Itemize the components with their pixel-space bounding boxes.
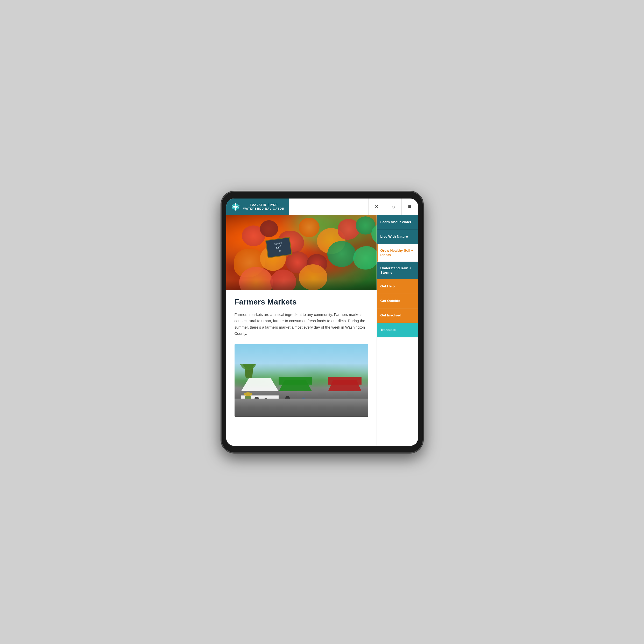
logo-icon — [231, 202, 240, 211]
sidebar-item-learn-water[interactable]: Learn About Water — [377, 215, 418, 230]
sidebar-item-understand-rain[interactable]: Understand Rain + Storms — [377, 262, 418, 279]
header: TUALATIN RIVER WATERSHED NAVIGATOR × ⌕ ≡ — [226, 199, 418, 215]
content-area: SWEET$4001/lb Farmers Markets Farmers ma… — [226, 215, 377, 446]
sidebar-item-grow-healthy[interactable]: Grow Healthy Soil + Plants — [377, 244, 418, 262]
brand-text: TUALATIN RIVER WATERSHED NAVIGATOR — [243, 203, 285, 210]
search-button[interactable]: ⌕ — [385, 199, 401, 215]
svg-point-1 — [234, 205, 237, 208]
sidebar-item-get-outside[interactable]: Get Outside — [377, 294, 418, 308]
secondary-market-image — [235, 344, 368, 417]
content-body: Farmers Markets Farmers markets are a cr… — [226, 290, 377, 424]
menu-button[interactable]: ≡ — [401, 199, 418, 215]
tablet-screen: TUALATIN RIVER WATERSHED NAVIGATOR × ⌕ ≡ — [226, 199, 418, 446]
sidebar-item-live-nature[interactable]: Live With Nature — [377, 230, 418, 244]
sidebar-item-translate[interactable]: Translate — [377, 323, 418, 337]
page-title: Farmers Markets — [235, 298, 368, 306]
market-scene-bg — [235, 344, 368, 417]
tablet-frame: TUALATIN RIVER WATERSHED NAVIGATOR × ⌕ ≡ — [221, 191, 423, 453]
header-controls: × ⌕ ≡ — [368, 199, 418, 215]
header-brand: TUALATIN RIVER WATERSHED NAVIGATOR — [226, 199, 289, 215]
sidebar-item-get-help[interactable]: Get Help — [377, 279, 418, 294]
close-button[interactable]: × — [368, 199, 385, 215]
sidebar: Learn About Water Live With Nature Grow … — [377, 215, 418, 446]
page-description: Farmers markets are a critical ingredien… — [235, 312, 368, 337]
main-area: SWEET$4001/lb Farmers Markets Farmers ma… — [226, 215, 418, 446]
sidebar-item-get-involved[interactable]: Get Involved — [377, 308, 418, 323]
hero-image: SWEET$4001/lb — [226, 215, 377, 290]
